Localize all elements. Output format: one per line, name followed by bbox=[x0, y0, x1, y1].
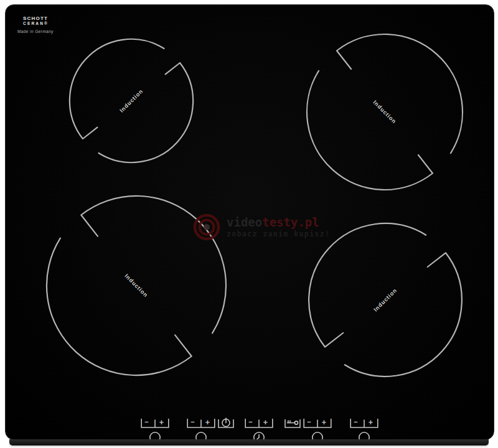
zone4-plus-button[interactable]: + bbox=[369, 418, 373, 427]
key-lock-icon[interactable] bbox=[288, 421, 298, 424]
origin-label: Made in Germany bbox=[17, 29, 54, 34]
watermark: videotesty.pl zobacz zanim kupisz! bbox=[192, 213, 330, 241]
burner-bottom-right: Induction bbox=[306, 220, 465, 380]
brand-sub-name: CERAN® bbox=[23, 21, 49, 26]
timer-plus-button[interactable]: + bbox=[263, 418, 268, 427]
zone4-minus-button[interactable]: − bbox=[354, 418, 357, 426]
bullseye-target-icon bbox=[192, 213, 221, 241]
power-control bbox=[218, 417, 234, 429]
zone3-plus-button[interactable]: + bbox=[322, 418, 326, 427]
zone1-plus-button[interactable]: + bbox=[159, 418, 164, 427]
zone3-minus-button[interactable]: − bbox=[307, 418, 311, 426]
lock-control bbox=[284, 417, 301, 429]
zone1-minus-button[interactable]: − bbox=[144, 418, 148, 426]
watermark-site-name: videotesty.pl bbox=[227, 217, 330, 228]
glass-front-edge bbox=[9, 439, 489, 446]
induction-hob-glass: SCHOTT CERAN® Made in Germany Induction … bbox=[5, 4, 494, 440]
zone2-minus-button[interactable]: − bbox=[190, 418, 194, 426]
watermark-text: videotesty.pl zobacz zanim kupisz! bbox=[227, 217, 330, 238]
brand-logo: SCHOTT CERAN® bbox=[23, 16, 49, 26]
watermark-tagline: zobacz zanim kupisz! bbox=[227, 230, 330, 238]
brand-name: SCHOTT bbox=[23, 16, 49, 21]
timer-minus-button[interactable]: − bbox=[248, 418, 252, 426]
zone2-plus-button[interactable]: + bbox=[205, 418, 210, 427]
product-photo: SCHOTT CERAN® Made in Germany Induction … bbox=[0, 0, 498, 448]
power-icon[interactable] bbox=[222, 418, 230, 427]
burner-top-right: Induction bbox=[304, 31, 466, 193]
burner-top-left: Induction bbox=[67, 36, 196, 166]
